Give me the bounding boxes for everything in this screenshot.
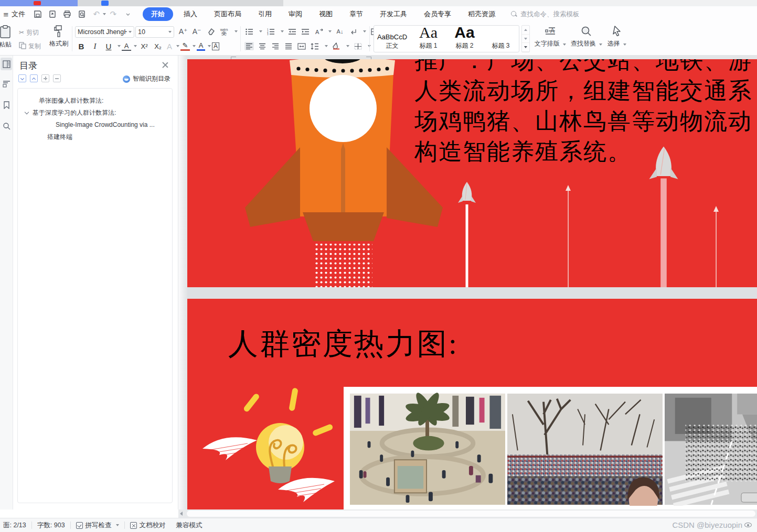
photo-mall-surveillance[interactable] xyxy=(350,393,505,506)
increase-indent-icon[interactable] xyxy=(301,27,310,36)
wps-logo-icon xyxy=(34,1,41,5)
collapse-ribbon-icon[interactable] xyxy=(123,9,133,19)
increase-font-icon[interactable]: A⁺ xyxy=(178,27,188,36)
cut-button[interactable]: ✂ 剪切 xyxy=(19,27,39,38)
text-direction-icon[interactable] xyxy=(348,27,358,36)
text-effect-button[interactable]: A xyxy=(165,42,174,51)
format-painter-button[interactable]: 格式刷 xyxy=(46,25,71,48)
align-right-icon[interactable] xyxy=(271,42,280,50)
select-button[interactable]: 选择 xyxy=(604,25,630,48)
char-scale-icon[interactable]: A xyxy=(314,27,323,36)
scroll-left-icon[interactable] xyxy=(180,512,183,516)
align-center-icon[interactable] xyxy=(258,42,267,50)
style-heading3[interactable]: 标题 3 xyxy=(483,26,519,52)
command-search[interactable]: 查找命令、搜索模板 xyxy=(511,10,580,19)
scrollbar-thumb[interactable] xyxy=(187,511,755,517)
zoom-in-level-button[interactable] xyxy=(41,74,49,82)
toc-pane-icon[interactable] xyxy=(1,58,12,70)
decrease-font-icon[interactable]: A⁻ xyxy=(192,27,201,36)
undo-icon[interactable]: ↶ xyxy=(92,9,101,19)
char-border-button[interactable]: A xyxy=(212,42,219,50)
chapter-pane-icon[interactable] xyxy=(1,78,12,90)
document-page-2[interactable]: 人群密度热力图: xyxy=(187,299,757,509)
copy-icon xyxy=(19,42,26,51)
align-left-icon[interactable] xyxy=(244,42,254,50)
decrease-indent-icon[interactable] xyxy=(287,27,297,36)
eye-icon xyxy=(744,523,752,527)
document-proofing[interactable]: 文档校对 xyxy=(125,521,171,530)
subscript-button[interactable]: X₂ xyxy=(152,42,164,50)
smart-toc-button[interactable]: 智能识别目录 xyxy=(123,74,170,83)
photo-winter-crowd[interactable] xyxy=(507,393,663,506)
font-color-button[interactable]: A xyxy=(197,41,205,51)
styles-gallery-scroll[interactable] xyxy=(521,25,530,52)
align-justify-icon[interactable] xyxy=(284,42,293,50)
clear-format-icon[interactable] xyxy=(206,27,215,36)
pinyin-guide-icon[interactable]: wén 文 xyxy=(219,27,229,36)
tab-dev-tools[interactable]: 开发工具 xyxy=(374,7,413,21)
print-icon[interactable] xyxy=(62,9,72,19)
paste-button[interactable]: 粘贴 xyxy=(0,25,17,49)
char-accent-button[interactable]: A xyxy=(122,42,131,51)
toc-item[interactable]: 单张图像人群计数算法: xyxy=(39,95,172,106)
collapse-all-button[interactable] xyxy=(30,74,38,82)
font-size-combo[interactable]: 10 xyxy=(135,26,174,38)
word-count[interactable]: 字数: 903 xyxy=(32,521,70,530)
line-spacing-icon[interactable] xyxy=(310,42,319,50)
tab-home[interactable]: 开始 xyxy=(143,7,173,21)
bookmark-pane-icon[interactable] xyxy=(1,99,12,111)
spellcheck-toggle[interactable]: 拼写检查 xyxy=(71,521,124,530)
font-name-combo[interactable]: Microsoft JhengH xyxy=(75,26,134,38)
tab-view[interactable]: 视图 xyxy=(313,7,339,21)
numbered-list-icon[interactable]: 123 xyxy=(266,27,275,36)
page2-heading: 人群密度热力图: xyxy=(228,324,459,364)
save-icon[interactable] xyxy=(33,9,42,19)
text-typeset-button[interactable]: A 文字排版 xyxy=(533,25,568,48)
up-arrow xyxy=(566,185,571,287)
toc-item[interactable]: Single-Image CrowdCounting via ... xyxy=(56,119,172,131)
close-icon[interactable] xyxy=(162,62,168,68)
copy-button[interactable]: 复制 xyxy=(19,41,41,51)
superscript-button[interactable]: X² xyxy=(138,42,151,50)
underline-button[interactable]: U xyxy=(102,42,115,51)
menu-bar: ≡ 文件 ↶ ↷ 开始 插入 页面布局 引用 审阅 视图 章节 开发工具 会员专… xyxy=(0,6,757,22)
find-replace-button[interactable]: 查找替换 xyxy=(570,25,603,48)
tab-page-layout[interactable]: 页面布局 xyxy=(208,7,248,21)
document-page-1[interactable]: 推广：广场、公交站、地铁、游 人类流动场所，组建智能交通系 场鸡鸭猪、山林鸟兽等… xyxy=(187,59,757,287)
find-pane-icon[interactable] xyxy=(1,120,12,132)
style-normal[interactable]: AaBbCcD 正文 xyxy=(374,26,410,52)
svg-text:A: A xyxy=(315,29,319,35)
page-indicator[interactable]: 面: 2/13 xyxy=(0,521,31,530)
document-viewport[interactable]: 推广：广场、公交站、地铁、游 人类流动场所，组建智能交通系 场鸡鸭猪、山林鸟兽等… xyxy=(178,56,757,509)
print-preview-icon[interactable] xyxy=(77,9,87,19)
toc-item[interactable]: 基于深度学习的人群计数算法: xyxy=(33,107,172,118)
tab-insert[interactable]: 插入 xyxy=(177,7,204,21)
tab-docer[interactable]: 稻壳资源 xyxy=(462,7,502,21)
export-icon[interactable] xyxy=(48,9,57,19)
style-heading2[interactable]: Aa 标题 2 xyxy=(446,26,483,52)
highlight-button[interactable]: ✎ xyxy=(180,41,190,51)
bullet-list-icon[interactable] xyxy=(244,27,254,36)
tab-references[interactable]: 引用 xyxy=(252,7,278,21)
toc-item[interactable]: 搭建终端 xyxy=(47,131,172,143)
distribute-icon[interactable] xyxy=(297,42,306,50)
tab-section[interactable]: 章节 xyxy=(343,7,369,21)
italic-button[interactable]: I xyxy=(89,42,101,51)
file-menu[interactable]: ≡ 文件 xyxy=(0,6,30,22)
tab-member[interactable]: 会员专享 xyxy=(418,7,457,21)
undo-dropdown-caret[interactable] xyxy=(103,13,106,15)
redo-icon[interactable]: ↷ xyxy=(109,9,118,19)
page1-body-text: 推广：广场、公交站、地铁、游 人类流动场所，组建智能交通系 场鸡鸭猪、山林鸟兽等… xyxy=(414,59,752,167)
sort-icon[interactable]: A↓ xyxy=(335,27,345,36)
expand-all-button[interactable] xyxy=(18,74,26,82)
photo-street-crowd-bw[interactable] xyxy=(665,393,757,506)
style-heading1[interactable]: Aa 标题 1 xyxy=(410,26,446,52)
window-tab-strip xyxy=(0,0,757,6)
chevron-down-icon[interactable] xyxy=(25,110,29,114)
shading-icon[interactable] xyxy=(332,42,341,50)
zoom-out-level-button[interactable] xyxy=(53,74,61,82)
bold-button[interactable]: B xyxy=(75,42,88,51)
borders-icon[interactable] xyxy=(353,42,362,50)
tab-review[interactable]: 审阅 xyxy=(282,7,308,21)
horizontal-scrollbar[interactable] xyxy=(178,509,757,518)
